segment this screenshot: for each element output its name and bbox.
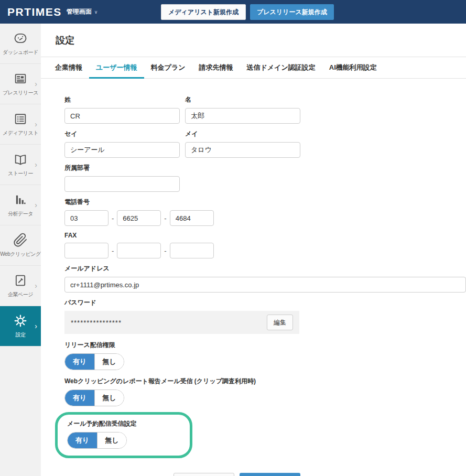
fax-field-3[interactable]	[170, 243, 214, 258]
email-field[interactable]	[64, 277, 466, 293]
confirm-button[interactable]: 確認画面	[240, 473, 300, 476]
sidebar-item-story[interactable]: ストーリー ›	[0, 145, 41, 185]
dashboard-icon	[13, 31, 28, 46]
department-label: 所属部署	[64, 164, 466, 172]
first-name-kana-label: メイ	[185, 129, 300, 138]
webclipping-report-group: Webクリッピングのレポート報告メール受信 (クリップ調査利用時) 有り 無し	[64, 377, 466, 406]
sidebar-item-label: 企業ページ	[8, 291, 33, 298]
phone-separator: -	[112, 214, 114, 222]
phone-group: 電話番号 - -	[64, 198, 466, 226]
chevron-right-icon: ›	[35, 80, 37, 88]
sidebar-item-label: ダッシュボード	[3, 49, 38, 56]
webclipping-report-off[interactable]: 無し	[94, 390, 124, 406]
last-name-kana-label: セイ	[64, 129, 180, 138]
release-permission-toggle: 有り 無し	[64, 353, 124, 370]
sidebar-item-press-release[interactable]: プレスリリース ›	[0, 64, 41, 104]
sidebar-item-label: 分析データ	[8, 210, 33, 218]
chevron-right-icon: ›	[35, 120, 37, 128]
password-masked-value: ****************	[71, 319, 122, 327]
form-actions: キャンセル 確認画面	[174, 473, 466, 476]
sidebar-item-company-page[interactable]: 企業ページ ›	[0, 266, 41, 306]
email-label: メールアドレス	[64, 264, 466, 273]
admin-menu[interactable]: 管理画面	[67, 7, 92, 16]
phone-field-2[interactable]	[117, 210, 161, 226]
release-permission-group: リリース配信権限 有り 無し	[64, 341, 466, 370]
last-name-kana-field[interactable]	[64, 142, 180, 158]
settings-icon	[13, 313, 28, 328]
department-field[interactable]	[64, 176, 180, 192]
first-name-field[interactable]	[185, 108, 300, 124]
mail-schedule-label: メール予約配信受信設定	[67, 419, 180, 428]
kana-row: セイ メイ	[64, 129, 466, 158]
fax-field-1[interactable]	[64, 243, 109, 258]
fax-label: FAX	[64, 232, 466, 239]
tab-pricing-plan[interactable]: 料金プラン	[144, 57, 192, 78]
phone-field-1[interactable]	[64, 210, 109, 226]
phone-field-3[interactable]	[170, 210, 214, 226]
password-row: **************** 編集	[64, 311, 299, 334]
sidebar-item-label: プレスリリース	[3, 89, 38, 96]
sidebar-item-analytics[interactable]: 分析データ ›	[0, 185, 41, 225]
mail-schedule-on[interactable]: 有り	[68, 432, 97, 448]
main-content: 設定 企業情報 ユーザー情報 料金プラン 請求先情報 送信ドメイン認証設定 AI…	[41, 24, 466, 476]
sidebar-item-dashboard[interactable]: ダッシュボード	[0, 24, 41, 64]
mail-schedule-highlight: メール予約配信受信設定 有り 無し	[55, 412, 192, 458]
sidebar: ダッシュボード プレスリリース › メディアリスト ›	[0, 24, 41, 476]
name-row: 姓 名	[64, 95, 466, 124]
sidebar-item-label: Webクリッピング	[0, 251, 40, 258]
mail-schedule-off[interactable]: 無し	[97, 432, 126, 448]
webclipping-report-label: Webクリッピングのレポート報告メール受信 (クリップ調査利用時)	[64, 377, 466, 386]
company-page-icon	[13, 273, 28, 288]
web-clipping-icon	[13, 233, 28, 247]
chevron-right-icon: ›	[35, 282, 37, 290]
chevron-right-icon: ›	[35, 322, 37, 330]
user-info-form: 姓 名 セイ メイ 所属部署	[41, 79, 466, 476]
tab-user-info[interactable]: ユーザー情報	[89, 57, 144, 78]
first-name-kana-field[interactable]	[185, 142, 300, 158]
cancel-button[interactable]: キャンセル	[174, 473, 234, 476]
new-press-release-button[interactable]: プレスリリース新規作成	[250, 4, 334, 20]
chevron-down-icon: ∨	[94, 9, 98, 15]
settings-tabbar: 企業情報 ユーザー情報 料金プラン 請求先情報 送信ドメイン認証設定 AI機能利…	[41, 57, 466, 79]
webclipping-report-on[interactable]: 有り	[65, 390, 94, 406]
release-permission-off[interactable]: 無し	[94, 354, 124, 370]
phone-separator: -	[164, 214, 166, 222]
new-media-list-button[interactable]: メディアリスト新規作成	[161, 4, 246, 20]
press-release-icon	[13, 71, 28, 86]
story-icon	[13, 152, 28, 167]
release-permission-label: リリース配信権限	[64, 341, 466, 350]
webclipping-report-toggle: 有り 無し	[64, 390, 124, 406]
tab-billing-info[interactable]: 請求先情報	[192, 57, 240, 78]
chevron-right-icon: ›	[35, 201, 37, 209]
fax-separator: -	[164, 247, 166, 255]
chevron-right-icon: ›	[35, 160, 37, 169]
fax-separator: -	[112, 247, 114, 255]
phone-label: 電話番号	[64, 198, 466, 207]
password-edit-button[interactable]: 編集	[267, 315, 293, 330]
fax-field-2[interactable]	[117, 243, 161, 258]
sidebar-item-label: 設定	[16, 331, 26, 339]
fax-group: FAX - -	[64, 232, 466, 258]
sidebar-item-web-clipping[interactable]: Webクリッピング	[0, 225, 41, 266]
last-name-field[interactable]	[64, 108, 180, 124]
first-name-label: 名	[185, 95, 300, 104]
mail-schedule-toggle: 有り 無し	[67, 432, 127, 449]
password-label: パスワード	[64, 298, 466, 307]
tab-company-info[interactable]: 企業情報	[48, 57, 89, 78]
media-list-icon	[13, 112, 28, 126]
sidebar-item-label: メディアリスト	[3, 129, 38, 137]
sidebar-item-settings[interactable]: 設定 ›	[0, 306, 41, 347]
password-group: パスワード **************** 編集	[64, 298, 466, 334]
email-group: メールアドレス	[64, 264, 466, 293]
page-title: 設定	[56, 34, 74, 47]
last-name-label: 姓	[64, 95, 180, 104]
sidebar-item-label: ストーリー	[8, 170, 33, 177]
sidebar-item-media-list[interactable]: メディアリスト ›	[0, 104, 41, 145]
tab-sending-domain-auth[interactable]: 送信ドメイン認証設定	[240, 57, 322, 78]
tab-ai-feature[interactable]: AI機能利用設定	[322, 57, 384, 78]
page-header: 設定	[41, 24, 466, 57]
release-permission-on[interactable]: 有り	[65, 354, 94, 370]
app-header: PRTIMES 管理画面 ∨ メディアリスト新規作成 プレスリリース新規作成	[0, 0, 466, 24]
prtimes-logo: PRTIMES	[7, 6, 62, 18]
analytics-icon	[13, 192, 28, 207]
